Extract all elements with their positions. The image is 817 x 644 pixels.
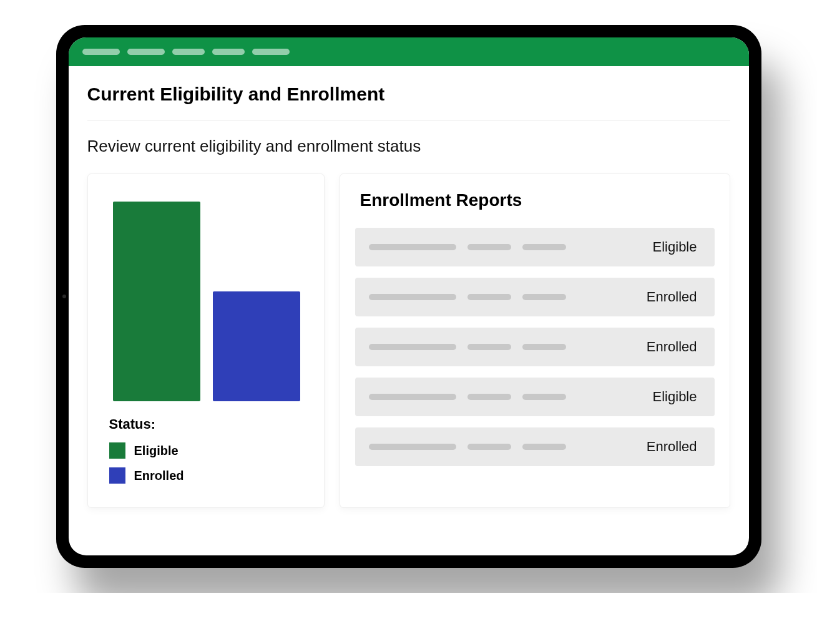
legend: EligibleEnrolled xyxy=(103,442,309,484)
reports-title: Enrollment Reports xyxy=(360,190,715,210)
nav-pill[interactable] xyxy=(82,49,120,55)
legend-item-eligible: Eligible xyxy=(109,442,309,459)
legend-swatch xyxy=(109,442,125,459)
nav-pill[interactable] xyxy=(212,49,245,55)
legend-title: Status: xyxy=(109,416,309,432)
top-nav-bar xyxy=(69,37,749,66)
placeholder-line xyxy=(467,294,511,300)
placeholder-line xyxy=(467,244,511,250)
report-rows: EligibleEnrolledEnrolledEligibleEnrolled xyxy=(355,228,715,466)
legend-label: Enrolled xyxy=(134,469,184,483)
app-screen: Current Eligibility and Enrollment Revie… xyxy=(69,37,749,555)
placeholder-line xyxy=(522,294,566,300)
nav-pill[interactable] xyxy=(127,49,165,55)
placeholder-line xyxy=(467,394,511,400)
report-row[interactable]: Enrolled xyxy=(355,427,715,466)
tablet-frame: Current Eligibility and Enrollment Revie… xyxy=(56,25,761,568)
divider xyxy=(87,120,730,120)
nav-pill[interactable] xyxy=(252,49,290,55)
placeholder-line xyxy=(369,244,456,250)
chart-bar-enrolled xyxy=(213,291,300,401)
placeholder-line xyxy=(522,244,566,250)
placeholder-line xyxy=(467,444,511,450)
legend-label: Eligible xyxy=(134,444,179,458)
status-chart-card: Status: EligibleEnrolled xyxy=(87,173,325,508)
placeholder-line xyxy=(369,444,456,450)
report-row[interactable]: Enrolled xyxy=(355,278,715,316)
placeholder-line xyxy=(522,394,566,400)
placeholder-line xyxy=(522,444,566,450)
page-title: Current Eligibility and Enrollment xyxy=(87,84,730,105)
placeholder-line xyxy=(522,344,566,350)
main-content: Current Eligibility and Enrollment Revie… xyxy=(69,66,749,555)
report-row[interactable]: Eligible xyxy=(355,228,715,266)
report-status-label: Enrolled xyxy=(647,439,701,455)
page-subtitle: Review current eligibility and enrollmen… xyxy=(87,137,730,156)
report-status-label: Eligible xyxy=(653,389,701,405)
report-status-label: Enrolled xyxy=(647,289,701,305)
report-row[interactable]: Enrolled xyxy=(355,328,715,366)
enrollment-reports-card: Enrollment Reports EligibleEnrolledEnrol… xyxy=(340,173,730,508)
bar-chart xyxy=(103,189,309,401)
placeholder-line xyxy=(369,394,456,400)
panels-row: Status: EligibleEnrolled Enrollment Repo… xyxy=(87,173,730,508)
placeholder-line xyxy=(369,294,456,300)
nav-pill[interactable] xyxy=(172,49,205,55)
legend-item-enrolled: Enrolled xyxy=(109,467,309,484)
placeholder-line xyxy=(467,344,511,350)
chart-bar-eligible xyxy=(113,202,200,401)
placeholder-line xyxy=(369,344,456,350)
legend-swatch xyxy=(109,467,125,484)
report-status-label: Enrolled xyxy=(647,339,701,355)
report-status-label: Eligible xyxy=(653,239,701,255)
report-row[interactable]: Eligible xyxy=(355,378,715,416)
tablet-camera xyxy=(62,295,66,298)
